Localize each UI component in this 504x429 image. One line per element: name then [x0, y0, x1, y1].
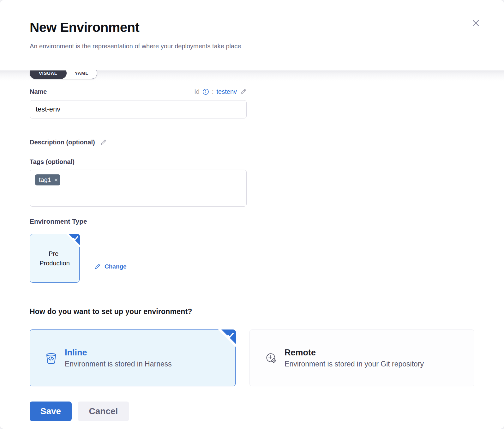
- inline-option-description: Environment is stored in Harness: [65, 360, 172, 368]
- info-icon[interactable]: [202, 88, 209, 95]
- remote-option-description: Environment is stored in your Git reposi…: [285, 360, 424, 368]
- name-label: Name: [30, 88, 47, 95]
- tags-label: Tags (optional): [30, 158, 474, 166]
- selected-check-corner: [66, 234, 80, 248]
- remote-git-icon: [264, 351, 278, 365]
- description-label: Description (optional): [30, 139, 95, 146]
- change-environment-type-button[interactable]: Change: [94, 250, 127, 283]
- selected-check-corner: [218, 329, 236, 347]
- remove-tag-icon[interactable]: ×: [54, 177, 58, 183]
- change-label: Change: [105, 263, 127, 270]
- edit-pencil-icon: [94, 263, 101, 270]
- tags-input[interactable]: tag1 ×: [30, 170, 247, 207]
- environment-type-label: Environment Type: [30, 218, 474, 225]
- edit-description-icon[interactable]: [100, 139, 107, 146]
- inline-harness-bucket-icon: [45, 351, 57, 365]
- modal-header: New Environment An environment is the re…: [0, 0, 504, 70]
- modal-subtitle: An environment is the representation of …: [30, 43, 474, 50]
- id-separator: :: [212, 88, 214, 95]
- setup-heading: How do you want to set up your environme…: [30, 307, 474, 316]
- inline-option-title: Inline: [65, 348, 172, 358]
- save-button[interactable]: Save: [30, 402, 72, 421]
- close-button[interactable]: [469, 16, 483, 30]
- id-label: Id: [194, 88, 200, 95]
- environment-type-value: Pre-Production: [34, 249, 75, 268]
- edit-id-icon[interactable]: [240, 88, 247, 95]
- page-title: New Environment: [30, 20, 474, 35]
- environment-type-card-pre-production[interactable]: Pre-Production: [30, 234, 80, 283]
- option-card-inline[interactable]: Inline Environment is stored in Harness: [30, 329, 236, 386]
- id-value[interactable]: testenv: [217, 88, 237, 95]
- entity-id-row: Id : testenv: [194, 88, 247, 95]
- name-input[interactable]: [30, 100, 247, 118]
- modal-body: VISUAL YAML Name Id : testenv Descriptio…: [0, 70, 504, 427]
- tag-chip-label: tag1: [39, 176, 51, 184]
- close-icon: [471, 18, 481, 28]
- remote-option-title: Remote: [285, 348, 424, 358]
- cancel-button[interactable]: Cancel: [78, 402, 129, 421]
- tag-chip: tag1 ×: [35, 174, 60, 185]
- option-card-remote[interactable]: Remote Environment is stored in your Git…: [249, 329, 474, 386]
- section-divider: [33, 298, 474, 298]
- new-environment-modal: New Environment An environment is the re…: [0, 0, 504, 429]
